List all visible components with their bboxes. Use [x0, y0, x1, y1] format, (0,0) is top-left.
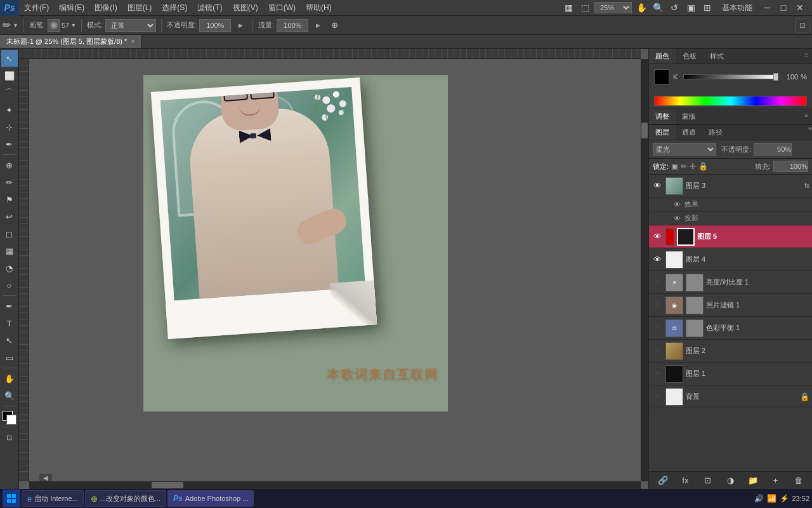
gradient-tool[interactable]: ▦ [1, 243, 18, 259]
layer-row-photofilter1[interactable]: 👁 ◉ 照片滤镜 1 [649, 294, 812, 317]
zoom-in-icon[interactable]: 🔍 [651, 1, 665, 15]
clone-stamp-tool[interactable]: ⚑ [1, 191, 18, 208]
layer-row-brightness1[interactable]: 👁 ☀ 亮度/对比度 1 [649, 271, 812, 294]
vertical-scrollbar[interactable] [641, 59, 648, 481]
minimize-icon[interactable]: ─ [760, 1, 774, 15]
vertical-scroll-thumb[interactable] [641, 123, 648, 138]
delete-layer-button[interactable]: 🗑 [791, 474, 805, 488]
document-tab[interactable]: 未标题-1 @ 25% (图层 5, 图层蒙版/8) * × [0, 35, 141, 48]
new-group-button[interactable]: 📁 [746, 474, 760, 488]
move-tool[interactable]: ↖ [1, 50, 18, 67]
menu-select[interactable]: 选择(S) [157, 0, 192, 15]
taskbar-item-browser[interactable]: ⊕ ...改变对象的颜色... [85, 490, 166, 507]
link-layers-button[interactable]: 🔗 [656, 474, 670, 488]
new-adjustment-layer-button[interactable]: ◑ [723, 474, 737, 488]
tab-layers[interactable]: 图层 [649, 125, 676, 140]
opacity-input[interactable] [199, 19, 231, 32]
background-visibility-toggle[interactable]: 👁 [652, 391, 663, 403]
lock-pixels-icon[interactable]: ✏ [681, 162, 687, 171]
taskbar-item-photoshop[interactable]: Ps Adobe Photoshop ... [167, 490, 254, 507]
menu-filter[interactable]: 滤镜(T) [192, 0, 227, 15]
fill-value-input[interactable] [773, 161, 808, 172]
k-slider-track[interactable] [683, 74, 776, 79]
flow-input[interactable] [277, 19, 308, 32]
lock-position-icon[interactable]: ✛ [690, 162, 696, 171]
adjust-panel-options-icon[interactable]: ≡ [801, 109, 812, 124]
taskbar-item-ie[interactable]: e 启动 Interne... [22, 490, 84, 507]
view-toggle-icon[interactable]: ⊞ [700, 1, 714, 15]
layer-row-layer4[interactable]: 👁 图层 4 [649, 248, 812, 271]
canvas-area[interactable]: 本歌词来自互联网 ◀ [19, 49, 648, 489]
opacity-value-input[interactable] [754, 143, 792, 156]
dropshadow-eye-icon[interactable]: 👁 [672, 213, 682, 224]
layer-row-colorbalance1[interactable]: 👁 ⚖ 色彩平衡 1 [649, 317, 812, 340]
add-layer-style-button[interactable]: fx [678, 474, 692, 488]
layers-panel-options-icon[interactable]: ≡ [808, 125, 812, 140]
new-layer-button[interactable]: + [769, 474, 783, 488]
menu-layer[interactable]: 图层(L) [122, 0, 157, 15]
colorbalance1-visibility-toggle[interactable]: 👁 [652, 323, 663, 334]
layer2-visibility-toggle[interactable]: 👁 [652, 345, 663, 357]
k-slider-thumb[interactable] [773, 73, 778, 81]
hand-tool[interactable]: ✋ [1, 370, 18, 387]
dodge-tool[interactable]: ○ [1, 277, 18, 293]
menu-window[interactable]: 窗口(W) [263, 0, 301, 15]
opacity-arrow-icon[interactable]: ▶ [233, 18, 247, 32]
windows-start-button[interactable] [3, 490, 20, 507]
scroll-left-btn[interactable]: ◀ [39, 474, 52, 481]
eyedropper-tool[interactable]: ✒ [1, 136, 18, 152]
tab-styles[interactable]: 样式 [704, 49, 731, 64]
close-icon[interactable]: ✕ [793, 1, 807, 15]
layer1-visibility-toggle[interactable]: 👁 [652, 368, 663, 380]
blend-mode-select[interactable]: 柔光 [653, 143, 716, 156]
layer4-visibility-toggle[interactable]: 👁 [652, 254, 663, 265]
quick-mask-icon[interactable]: ⊡ [1, 429, 18, 446]
pen-tool[interactable]: ✒ [1, 298, 18, 314]
color-panel-options-icon[interactable]: ≡ [801, 49, 812, 64]
layer3-visibility-toggle[interactable]: 👁 [652, 180, 663, 192]
blur-tool[interactable]: ◔ [1, 260, 18, 276]
tab-color[interactable]: 颜色 [649, 49, 676, 64]
color-spectrum-bar[interactable] [654, 96, 807, 106]
airbrush-icon[interactable]: ⊕ [327, 18, 341, 32]
layer5-visibility-toggle[interactable]: 👁 [652, 231, 663, 243]
layout-icon[interactable]: ⬚ [578, 1, 592, 15]
tab-adjustments[interactable]: 调整 [649, 109, 676, 124]
brightness1-visibility-toggle[interactable]: 👁 [652, 277, 663, 288]
horizontal-scrollbar[interactable] [29, 481, 641, 489]
canvas-workspace[interactable]: 本歌词来自互联网 ◀ [29, 59, 641, 481]
lasso-tool[interactable]: ⌒ [1, 84, 18, 101]
grid-icon[interactable]: ▦ [561, 1, 575, 15]
healing-brush-tool[interactable]: ⊕ [1, 157, 18, 173]
brush-tool-icon[interactable]: ✏ ▼ [3, 19, 18, 31]
color-swatch[interactable] [654, 69, 669, 84]
zoom-tool[interactable]: 🔍 [1, 387, 18, 404]
rotate-icon[interactable]: ↺ [667, 1, 681, 15]
background-color[interactable] [6, 415, 16, 425]
eraser-tool[interactable]: ◻ [1, 225, 18, 242]
rectangular-marquee-tool[interactable]: ⬜ [1, 67, 18, 84]
path-select-tool[interactable]: ↖ [1, 332, 18, 349]
lock-transparent-icon[interactable]: ▣ [671, 162, 678, 171]
layer-row-layer3[interactable]: 👁 图层 3 fx [649, 175, 812, 197]
tab-channels[interactable]: 通道 [676, 125, 702, 140]
text-tool[interactable]: T [1, 315, 18, 331]
doc-options-icon[interactable]: ⊡ [796, 18, 809, 32]
blend-mode-select[interactable]: 正常 [105, 19, 156, 32]
history-brush-tool[interactable]: ↩ [1, 208, 18, 225]
flow-arrow-icon[interactable]: ▶ [311, 18, 325, 32]
effects-eye-icon[interactable]: 👁 [672, 199, 682, 210]
menu-image[interactable]: 图像(I) [89, 0, 122, 15]
add-mask-button[interactable]: ⊡ [701, 474, 715, 488]
zoom-select[interactable]: 25%50%100% [594, 2, 632, 13]
layer-row-background[interactable]: 👁 背景 🔒 [649, 385, 812, 408]
tab-close-button[interactable]: × [131, 38, 134, 45]
layer-row-layer5[interactable]: 👁 图层 5 [649, 225, 812, 248]
horizontal-scroll-thumb[interactable] [152, 482, 183, 488]
menu-file[interactable]: 文件(F) [19, 0, 54, 15]
lock-all-icon[interactable]: 🔒 [698, 162, 708, 171]
hand-icon[interactable]: ✋ [634, 1, 648, 15]
brush-preset[interactable]: 57 ▼ [48, 19, 76, 32]
crop-tool[interactable]: ⊹ [1, 119, 18, 135]
layers-list[interactable]: 👁 图层 3 fx 👁 效果 👁 投影 👁 [649, 175, 812, 471]
